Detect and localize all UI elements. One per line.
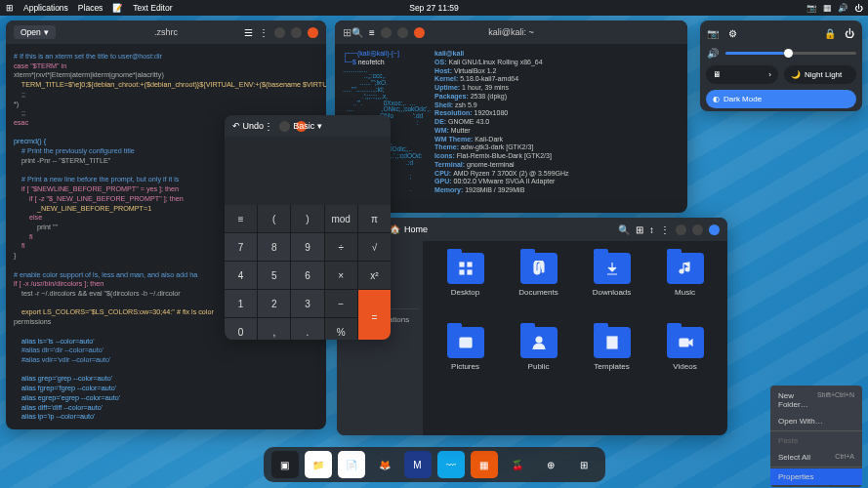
dock-text[interactable]: 📄 xyxy=(338,451,365,478)
dock-bsuite[interactable]: ▦ xyxy=(471,451,498,478)
svg-point-6 xyxy=(536,337,542,343)
new-tab-icon[interactable]: ⊞ xyxy=(343,26,351,39)
calc-key-.[interactable]: . xyxy=(291,318,323,340)
svg-rect-0 xyxy=(460,263,464,266)
calc-key-0[interactable]: 0 xyxy=(225,318,257,340)
ctx-select-all[interactable]: Select AllCtrl+A xyxy=(770,449,862,466)
sort-icon[interactable]: ↕ xyxy=(649,224,654,235)
calc-key-([interactable]: ( xyxy=(258,205,290,232)
svg-rect-8 xyxy=(680,339,688,346)
folder-desktop[interactable]: Desktop xyxy=(431,253,500,323)
dock-ff[interactable]: 🦊 xyxy=(371,451,398,478)
dock: ▣📁📄🦊M〰▦🍒⊕⊞ xyxy=(264,447,605,482)
files-window: ‹ › 🏠 Home 🔍 ⊞ ↕ ⋮ ♪Music▣Pictures▶Video… xyxy=(337,218,727,435)
folder-documents[interactable]: Documents xyxy=(504,253,573,323)
editor-title: .zshrc xyxy=(154,27,178,37)
search-icon[interactable]: 🔍 xyxy=(618,224,630,235)
minimize-button[interactable] xyxy=(381,27,392,38)
calc-key-√[interactable]: √ xyxy=(358,233,391,261)
undo-button[interactable]: ↶ Undo xyxy=(232,121,264,131)
dock-term[interactable]: ▣ xyxy=(271,451,299,478)
folder-music[interactable]: Music xyxy=(650,253,720,323)
volume-icon[interactable]: 🔊 xyxy=(839,4,847,12)
calc-key-2[interactable]: 2 xyxy=(258,290,290,317)
calc-key-π[interactable]: π xyxy=(358,205,391,232)
active-app-label[interactable]: Text Editor xyxy=(133,3,172,13)
save-icon[interactable]: ☰ xyxy=(244,27,253,38)
power-icon[interactable]: ⏻ xyxy=(854,4,862,12)
maximize-button[interactable] xyxy=(291,27,302,38)
menu-icon[interactable]: ⋮ xyxy=(264,121,273,132)
menu-applications[interactable]: Applications xyxy=(23,3,68,13)
files-grid[interactable]: DesktopDocumentsDownloadsMusicPicturesPu… xyxy=(423,241,727,435)
view-toggle-icon[interactable]: ⊞ xyxy=(636,224,643,235)
calc-key-,[interactable]: , xyxy=(258,318,290,340)
calc-key-3[interactable]: 3 xyxy=(291,290,323,317)
menu-places[interactable]: Places xyxy=(78,3,103,13)
terminal-title: kali@kali: ~ xyxy=(488,27,533,37)
calc-key-menu[interactable]: ≡ xyxy=(225,205,257,232)
camera-icon[interactable]: 📷 xyxy=(706,26,720,40)
folder-templates[interactable]: Templates xyxy=(577,327,646,397)
display-toggle[interactable]: 🖥 › xyxy=(706,65,778,84)
close-button[interactable] xyxy=(709,224,720,235)
settings-icon[interactable]: ⚙ xyxy=(725,26,739,40)
volume-icon: 🔊 xyxy=(706,46,720,60)
top-bar: ⊞ Applications Places 📝 Text Editor Sep … xyxy=(0,0,868,16)
dock-apps[interactable]: ⊞ xyxy=(570,451,598,478)
maximize-button[interactable] xyxy=(692,224,703,235)
folder-videos[interactable]: Videos xyxy=(650,327,720,397)
darkmode-toggle[interactable]: ◐ Dark Mode xyxy=(706,90,856,108)
menu-icon[interactable]: ⋮ xyxy=(259,27,269,38)
calc-key-4[interactable]: 4 xyxy=(225,262,257,289)
menu-icon[interactable]: ⋮ xyxy=(660,224,670,235)
svg-rect-4 xyxy=(460,338,472,347)
minimize-button[interactable] xyxy=(676,224,686,235)
lock-icon[interactable]: 🔒 xyxy=(823,26,837,40)
dock-swirl[interactable]: 〰 xyxy=(437,451,465,478)
svg-rect-7 xyxy=(607,337,617,348)
calc-key-)[interactable]: ) xyxy=(291,205,323,232)
ctx-open-with-[interactable]: Open With… xyxy=(770,413,862,429)
path-bar[interactable]: 🏠 Home xyxy=(390,224,428,234)
close-button[interactable] xyxy=(414,27,425,38)
calc-key-9[interactable]: 9 xyxy=(291,233,323,261)
calc-key-x²[interactable]: x² xyxy=(358,262,391,289)
svg-rect-1 xyxy=(468,263,472,266)
ctx-new-folder-[interactable]: New Folder…Shift+Ctrl+N xyxy=(770,387,862,413)
calc-key-6[interactable]: 6 xyxy=(291,262,323,289)
power-icon[interactable]: ⏻ xyxy=(843,26,856,40)
dock-cherry[interactable]: 🍒 xyxy=(504,451,531,478)
minimize-button[interactable] xyxy=(274,27,285,38)
menu-icon[interactable]: ≡ xyxy=(369,27,375,38)
dock-M[interactable]: M xyxy=(404,451,432,478)
calc-key-5[interactable]: 5 xyxy=(258,262,290,289)
calc-key-8[interactable]: 8 xyxy=(258,233,290,261)
open-button[interactable]: Open▾ xyxy=(14,25,56,39)
calc-key-7[interactable]: 7 xyxy=(225,233,257,261)
volume-slider[interactable] xyxy=(725,52,856,55)
calc-key-=[interactable]: = xyxy=(358,290,391,340)
folder-downloads[interactable]: Downloads xyxy=(577,253,646,323)
close-button[interactable] xyxy=(308,27,318,38)
search-icon[interactable]: 🔍 xyxy=(351,27,363,38)
minimize-button[interactable] xyxy=(279,121,290,132)
folder-public[interactable]: Public xyxy=(504,327,573,397)
camera-icon[interactable]: 📷 xyxy=(807,4,815,12)
network-icon[interactable]: ▦ xyxy=(823,4,831,12)
folder-pictures[interactable]: Pictures xyxy=(431,327,500,397)
dock-net[interactable]: ⊕ xyxy=(537,451,564,478)
maximize-button[interactable] xyxy=(397,27,408,38)
calc-key-1[interactable]: 1 xyxy=(225,290,257,317)
dock-files[interactable]: 📁 xyxy=(305,451,332,478)
datetime[interactable]: Sep 27 11:59 xyxy=(409,3,459,13)
calc-key-−[interactable]: − xyxy=(325,290,357,317)
nightlight-toggle[interactable]: 🌙 Night Light xyxy=(784,65,856,84)
activities-icon[interactable]: ⊞ xyxy=(6,3,14,13)
calc-key-%[interactable]: % xyxy=(325,318,357,340)
calc-key-÷[interactable]: ÷ xyxy=(325,233,357,261)
mode-selector[interactable]: Basic ▾ xyxy=(293,121,322,131)
calc-key-×[interactable]: × xyxy=(325,262,357,289)
calc-key-mod[interactable]: mod xyxy=(325,205,357,232)
ctx-properties[interactable]: Properties xyxy=(770,468,862,485)
